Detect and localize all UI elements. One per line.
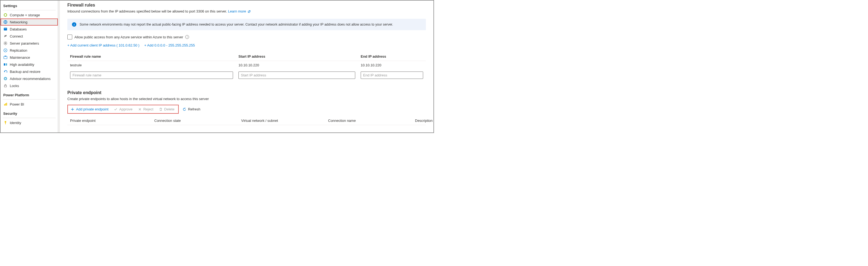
col-end-ip: End IP address xyxy=(361,54,423,58)
firewall-desc-text: Inbound connections from the IP addresse… xyxy=(67,9,228,13)
sidebar-item-advisor[interactable]: Advisor recommendations xyxy=(1,75,58,82)
info-icon: i xyxy=(72,22,76,27)
ha-icon xyxy=(3,62,8,66)
sidebar-item-label: Advisor recommendations xyxy=(10,77,51,81)
sidebar-item-databases[interactable]: Databases xyxy=(1,26,58,33)
gear-icon xyxy=(3,41,8,46)
allow-azure-checkbox[interactable] xyxy=(67,34,72,39)
networking-icon xyxy=(3,20,8,24)
add-private-endpoint-button[interactable]: Add private endpoint xyxy=(68,106,111,113)
svg-rect-14 xyxy=(5,103,6,106)
check-icon xyxy=(114,107,118,111)
sidebar-item-label: Power BI xyxy=(10,102,24,106)
lock-icon xyxy=(3,83,8,88)
sidebar-item-label: Identity xyxy=(10,121,21,125)
section-header-power-platform: Power Platform xyxy=(1,91,58,98)
firewall-table: Firewall rule name Start IP address End … xyxy=(67,52,426,81)
firewall-rules-title: Firewall rules xyxy=(67,3,426,8)
firewall-table-header: Firewall rule name Start IP address End … xyxy=(67,52,426,61)
sidebar-item-identity[interactable]: Identity xyxy=(1,119,58,126)
refresh-icon xyxy=(183,107,186,111)
sidebar-item-locks[interactable]: Locks xyxy=(1,82,58,89)
svg-point-0 xyxy=(4,14,7,16)
help-icon[interactable]: i xyxy=(185,35,189,39)
section-header-settings: Settings xyxy=(1,2,58,9)
add-range-link[interactable]: + Add 0.0.0.0 - 255.255.255.255 xyxy=(144,43,195,47)
firewall-input-row xyxy=(67,69,426,81)
sidebar-item-server-parameters[interactable]: Server parameters xyxy=(1,40,58,47)
rule-name-value: testrule xyxy=(70,63,233,67)
sidebar-item-label: Replication xyxy=(10,48,27,53)
svg-rect-10 xyxy=(6,63,7,65)
connect-icon xyxy=(3,34,8,38)
settings-sidebar: Settings Compute + storage Networking Da… xyxy=(1,1,58,132)
col-start-ip: Start IP address xyxy=(239,54,355,58)
firewall-rules-desc: Inbound connections from the IP addresse… xyxy=(67,9,426,13)
sidebar-item-compute-storage[interactable]: Compute + storage xyxy=(1,11,58,19)
firewall-rule-row: testrule 10.10.10.220 10.10.10.220 xyxy=(67,61,426,69)
reject-button: Reject xyxy=(135,106,156,113)
col-private-endpoint: Private endpoint xyxy=(70,118,152,123)
svg-point-6 xyxy=(5,50,6,51)
delete-button: Delete xyxy=(156,106,177,113)
sidebar-item-label: Connect xyxy=(10,34,23,38)
plus-icon xyxy=(71,107,74,111)
divider xyxy=(3,99,56,100)
svg-rect-9 xyxy=(4,63,5,65)
svg-rect-12 xyxy=(4,85,6,87)
rule-end-input[interactable] xyxy=(361,72,423,79)
sidebar-item-maintenance[interactable]: Maintenance xyxy=(1,54,58,61)
col-connection-state: Connection state xyxy=(154,118,239,123)
info-banner: i Some network environments may not repo… xyxy=(67,19,426,30)
svg-rect-7 xyxy=(4,56,7,59)
learn-more-link[interactable]: Learn more xyxy=(228,9,251,13)
sidebar-item-label: Networking xyxy=(10,20,27,24)
refresh-button[interactable]: Refresh xyxy=(180,106,203,113)
rule-start-input[interactable] xyxy=(239,72,355,79)
approve-button: Approve xyxy=(111,106,135,113)
col-vnet: Virtual network / subnet xyxy=(241,118,326,123)
sidebar-item-backup-restore[interactable]: Backup and restore xyxy=(1,68,58,75)
identity-icon xyxy=(3,121,8,125)
col-connection-name: Connection name xyxy=(328,118,412,123)
divider xyxy=(3,118,56,118)
rule-end-value: 10.10.10.220 xyxy=(361,63,423,67)
svg-rect-2 xyxy=(4,28,7,30)
sidebar-item-networking[interactable]: Networking xyxy=(1,19,58,26)
private-endpoint-title: Private endpoint xyxy=(67,90,426,95)
col-rule-name: Firewall rule name xyxy=(70,54,233,58)
allow-azure-row: Allow public access from any Azure servi… xyxy=(67,34,426,39)
sidebar-item-high-availability[interactable]: High availability xyxy=(1,61,58,68)
add-ip-links: + Add current client IP address ( 101.0.… xyxy=(67,43,426,47)
sidebar-item-label: Databases xyxy=(10,27,27,31)
divider xyxy=(3,10,56,10)
svg-rect-15 xyxy=(6,103,7,106)
sidebar-item-label: Backup and restore xyxy=(10,70,40,74)
external-link-icon xyxy=(248,10,251,13)
svg-rect-13 xyxy=(4,104,5,106)
section-header-security: Security xyxy=(1,110,58,117)
x-icon xyxy=(138,107,142,111)
sidebar-item-label: High availability xyxy=(10,62,34,66)
main-content: Firewall rules Inbound connections from … xyxy=(60,1,433,132)
private-endpoint-toolbar: Add private endpoint Approve Reject Dele… xyxy=(67,105,426,114)
sidebar-item-label: Locks xyxy=(10,84,19,88)
backup-icon xyxy=(3,69,8,74)
private-endpoint-table-header: Private endpoint Connection state Virtua… xyxy=(67,116,426,125)
svg-rect-17 xyxy=(5,123,6,124)
rule-start-value: 10.10.10.220 xyxy=(239,63,355,67)
advisor-icon xyxy=(3,76,8,81)
highlighted-toolbar-group: Add private endpoint Approve Reject Dele… xyxy=(67,105,179,114)
sidebar-item-replication[interactable]: Replication xyxy=(1,47,58,54)
replication-icon xyxy=(3,48,8,53)
sidebar-item-connect[interactable]: Connect xyxy=(1,33,58,40)
info-text: Some network environments may not report… xyxy=(80,23,393,26)
compute-icon xyxy=(3,13,8,17)
rule-name-input[interactable] xyxy=(70,72,233,79)
private-endpoint-desc: Create private endpoints to allow hosts … xyxy=(67,97,426,101)
trash-icon xyxy=(159,107,163,111)
sidebar-item-powerbi[interactable]: Power BI xyxy=(1,101,58,108)
private-endpoint-section: Private endpoint Create private endpoint… xyxy=(67,90,426,125)
add-current-ip-link[interactable]: + Add current client IP address ( 101.0.… xyxy=(67,43,139,47)
powerbi-icon xyxy=(3,102,8,106)
